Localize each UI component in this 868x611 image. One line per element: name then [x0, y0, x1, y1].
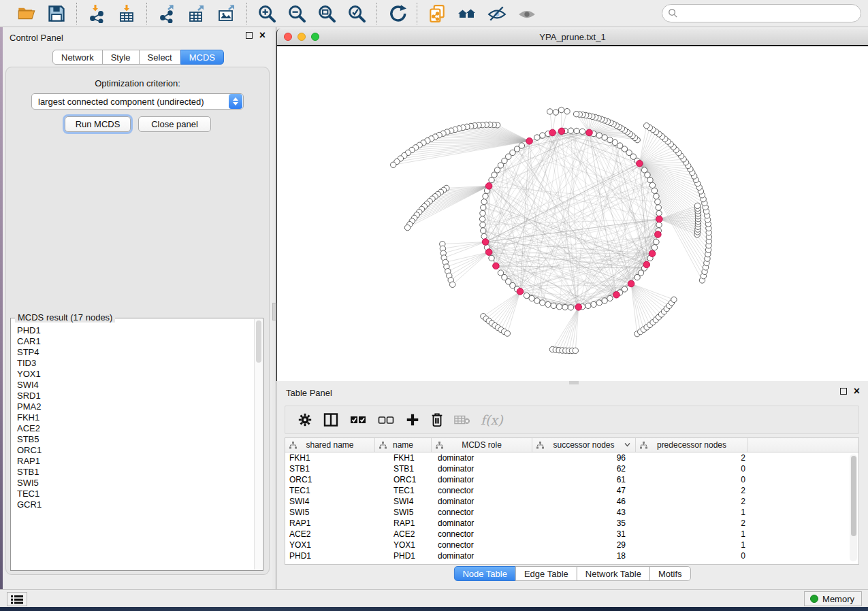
graph-node[interactable]: [654, 239, 659, 244]
zoom-selected-icon[interactable]: [347, 3, 367, 24]
tab-node-table[interactable]: Node Table: [453, 566, 516, 581]
graph-node[interactable]: [596, 133, 602, 138]
show-columns-icon[interactable]: [323, 410, 339, 430]
graph-hub-node[interactable]: [586, 129, 593, 136]
graph-node[interactable]: [524, 293, 529, 298]
graph-node[interactable]: [585, 303, 591, 308]
graph-node[interactable]: [553, 110, 558, 115]
graph-node[interactable]: [647, 177, 653, 182]
mcds-result-item[interactable]: STB1: [12, 467, 253, 478]
graph-node[interactable]: [529, 295, 534, 301]
graph-node[interactable]: [655, 199, 660, 204]
graph-hub-node[interactable]: [575, 304, 582, 311]
graph-hub-node[interactable]: [613, 291, 620, 298]
graph-hub-node[interactable]: [656, 216, 663, 222]
table-row[interactable]: RAP1RAP1dominator352: [285, 518, 858, 529]
float-panel-icon[interactable]: [840, 388, 847, 395]
tab-network[interactable]: Network: [52, 50, 103, 65]
first-neighbors-icon[interactable]: [457, 3, 477, 24]
graph-node[interactable]: [573, 348, 578, 353]
search-input[interactable]: [681, 8, 861, 18]
graph-node[interactable]: [602, 135, 607, 140]
graph-node[interactable]: [607, 137, 613, 142]
graph-node[interactable]: [656, 210, 662, 216]
mcds-result-item[interactable]: STB5: [12, 434, 253, 445]
float-panel-icon[interactable]: [246, 32, 253, 39]
graph-hub-node[interactable]: [558, 128, 565, 135]
zoom-out-icon[interactable]: [287, 3, 307, 24]
graph-node[interactable]: [492, 172, 497, 178]
export-image-icon[interactable]: [216, 3, 237, 24]
column-header-successor-nodes[interactable]: successor nodes: [532, 438, 636, 452]
run-mcds-button[interactable]: Run MCDS: [65, 116, 131, 132]
search-field[interactable]: [662, 4, 861, 22]
tab-select[interactable]: Select: [139, 50, 181, 65]
mcds-list-scrollbar[interactable]: [254, 319, 262, 569]
graph-node[interactable]: [574, 128, 579, 133]
graph-node[interactable]: [481, 233, 487, 239]
graph-node[interactable]: [551, 303, 556, 308]
hide-selected-icon[interactable]: [487, 3, 507, 24]
tab-motifs[interactable]: Motifs: [649, 566, 691, 581]
graph-node[interactable]: [652, 245, 657, 250]
table-scrollbar[interactable]: [850, 455, 857, 561]
graph-node[interactable]: [656, 205, 661, 210]
show-all-icon[interactable]: [517, 3, 537, 24]
graph-node[interactable]: [641, 167, 647, 173]
graph-node[interactable]: [545, 301, 551, 307]
graph-node[interactable]: [622, 286, 627, 292]
graph-node[interactable]: [558, 107, 564, 112]
settings-gear-icon[interactable]: [298, 410, 312, 430]
copy-style-icon[interactable]: [427, 3, 447, 24]
graph-hub-node[interactable]: [482, 239, 489, 246]
column-header-shared-name[interactable]: shared name: [285, 438, 375, 452]
graph-hub-node[interactable]: [649, 250, 656, 257]
memory-button[interactable]: Memory: [804, 591, 862, 606]
mcds-result-item[interactable]: ORC1: [12, 445, 253, 456]
graph-hub-node[interactable]: [485, 183, 492, 190]
mcds-result-item[interactable]: ACE2: [12, 423, 253, 434]
graph-node[interactable]: [534, 135, 540, 140]
mcds-result-item[interactable]: TID3: [12, 358, 253, 369]
graph-node[interactable]: [612, 139, 617, 145]
graph-node[interactable]: [607, 295, 613, 301]
graph-hub-node[interactable]: [485, 249, 492, 256]
graph-node[interactable]: [652, 188, 657, 193]
graph-hub-node[interactable]: [643, 261, 650, 268]
graph-hub-node[interactable]: [637, 160, 643, 167]
column-header-mcds-role[interactable]: MCDS role: [432, 438, 532, 452]
graph-node[interactable]: [391, 162, 396, 167]
import-table-icon[interactable]: [116, 3, 137, 24]
select-all-icon[interactable]: [349, 410, 367, 430]
graph-node[interactable]: [540, 133, 545, 138]
graph-node[interactable]: [481, 228, 486, 233]
graph-node[interactable]: [573, 111, 579, 116]
close-panel-button[interactable]: Close panel: [138, 116, 211, 132]
graph-node[interactable]: [404, 225, 410, 230]
graph-node[interactable]: [483, 193, 488, 199]
import-network-icon[interactable]: [86, 3, 107, 24]
mcds-result-item[interactable]: CAR1: [12, 336, 253, 347]
graph-node[interactable]: [481, 199, 487, 204]
graph-node[interactable]: [556, 304, 562, 310]
graph-node[interactable]: [579, 129, 585, 134]
close-panel-icon[interactable]: ×: [259, 32, 266, 39]
column-header-name[interactable]: name: [375, 438, 432, 452]
mcds-result-item[interactable]: PMA2: [12, 401, 253, 412]
mcds-result-item[interactable]: PHD1: [12, 325, 253, 336]
close-panel-icon[interactable]: ×: [854, 388, 860, 395]
table-row[interactable]: SWI4SWI4dominator462: [285, 496, 858, 507]
refresh-icon[interactable]: [387, 3, 407, 24]
graph-hub-node[interactable]: [549, 129, 556, 136]
open-folder-icon[interactable]: [16, 3, 37, 24]
graph-node[interactable]: [649, 182, 655, 188]
graph-node[interactable]: [596, 300, 602, 306]
mcds-result-item[interactable]: SWI5: [12, 478, 253, 489]
graph-node[interactable]: [504, 331, 510, 336]
graph-node[interactable]: [480, 222, 485, 227]
table-row[interactable]: SWI5SWI5connector431: [285, 507, 858, 518]
graph-hub-node[interactable]: [628, 280, 634, 287]
graph-node[interactable]: [671, 297, 677, 302]
graph-node[interactable]: [568, 305, 573, 310]
export-network-icon[interactable]: [157, 3, 177, 24]
